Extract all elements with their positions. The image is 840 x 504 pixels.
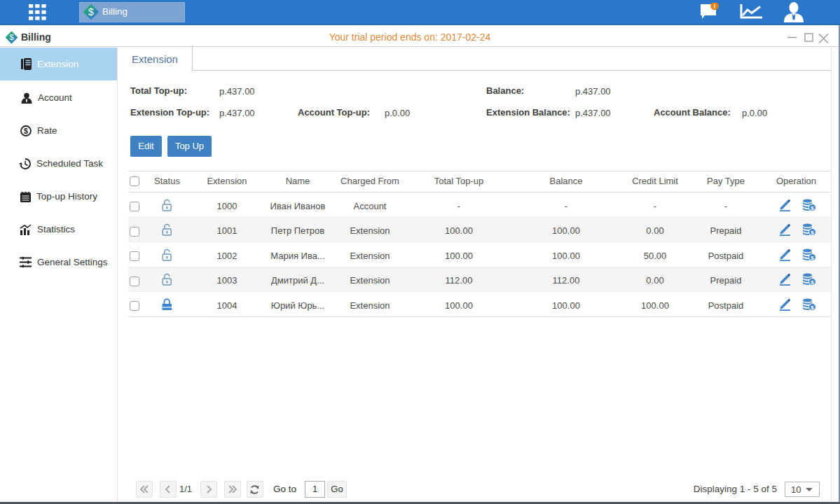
svg-text:$: $ <box>88 6 94 18</box>
svg-text:$: $ <box>811 304 814 310</box>
svg-text:$: $ <box>811 204 814 211</box>
svg-text:!: ! <box>714 3 716 10</box>
svg-text:$: $ <box>811 254 814 260</box>
svg-text:$: $ <box>811 230 814 236</box>
svg-text:$: $ <box>24 127 28 135</box>
svg-text:$: $ <box>811 279 814 286</box>
